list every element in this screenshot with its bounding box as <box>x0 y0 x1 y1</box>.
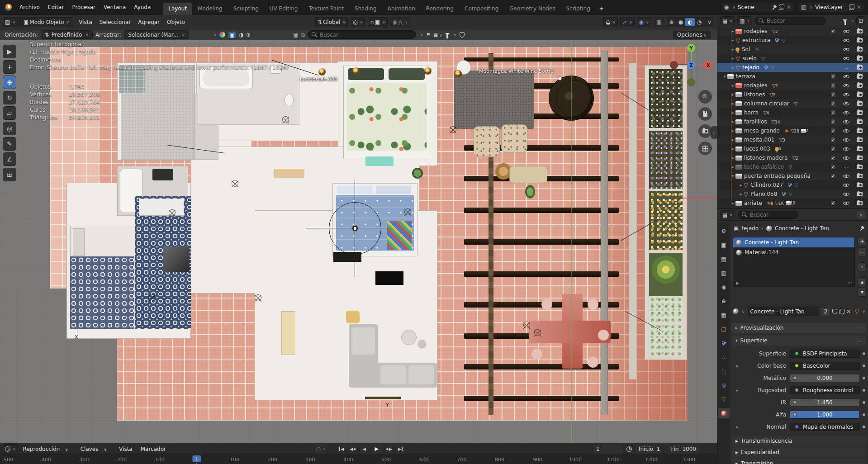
breadcrumb-material[interactable]: Concrete - Light Tan <box>775 225 829 232</box>
toggle-render-camera-icon[interactable] <box>857 201 863 205</box>
toilet[interactable] <box>285 94 294 106</box>
add-workspace-button[interactable]: + <box>596 3 607 15</box>
axis-x[interactable]: X <box>704 61 712 69</box>
slot-grip[interactable]: ∷∷ <box>847 281 852 285</box>
shading-wireframe-icon[interactable]: ⊕ <box>667 18 676 26</box>
tool-transform-button[interactable]: ◎ <box>3 122 16 135</box>
material-name-field[interactable]: Concrete - Light Tan <box>747 307 819 316</box>
outliner-item-estructura[interactable]: ▸▽estructura▽ <box>717 36 868 45</box>
prev-keyframe-button[interactable]: ◀◆ <box>348 445 358 453</box>
toggle-visibility-eye-icon[interactable] <box>843 65 849 71</box>
frame-start-field[interactable]: Inicio 1 <box>635 445 664 453</box>
outliner-item-tejado[interactable]: ▸▽tejado▽ <box>717 63 868 72</box>
toggle-visibility-eye-icon[interactable] <box>843 155 849 161</box>
properties-tab-object[interactable]: ▢ <box>718 324 730 334</box>
light-marker[interactable] <box>169 209 175 216</box>
pergola-beam[interactable] <box>464 271 619 277</box>
properties-tab-output[interactable]: ▤ <box>718 254 730 264</box>
properties-options-dropdown[interactable]: ∨ <box>857 211 865 218</box>
viewport-menu-agregar[interactable]: Agregar <box>134 17 163 27</box>
lantern[interactable] <box>318 68 326 76</box>
shield-icon[interactable] <box>460 32 465 38</box>
workspace-tab-modeling[interactable]: Modeling <box>192 3 228 15</box>
transform-preset-dropdown[interactable]: ⇅ Predefinido∨ <box>41 30 93 39</box>
toggle-visibility-eye-icon[interactable] <box>843 28 849 34</box>
washer[interactable] <box>139 199 184 216</box>
toggle-exclude-checkbox[interactable]: ✓ <box>830 200 836 206</box>
pin-icon[interactable] <box>771 4 778 10</box>
plant-small[interactable] <box>525 185 535 199</box>
slot-move-up-button[interactable]: ▲ <box>858 277 867 286</box>
properties-tab-scene[interactable]: ◉ <box>718 282 730 292</box>
toggle-exclude-checkbox[interactable]: ✓ <box>830 110 836 115</box>
wine-bottle[interactable] <box>558 76 562 80</box>
material-users-count[interactable]: 2 <box>821 307 831 316</box>
toggle-visibility-eye-icon[interactable] <box>843 56 849 62</box>
rug-teal[interactable] <box>365 156 394 166</box>
sofa[interactable] <box>349 324 437 388</box>
toggle-exclude-checkbox[interactable]: ✓ <box>830 155 836 161</box>
lounger[interactable] <box>509 166 547 183</box>
workspace-tab-shading[interactable]: Shading <box>349 3 382 15</box>
toggle-visibility-eye-icon[interactable] <box>843 173 849 179</box>
outliner-item-sol[interactable]: ▸Sol☼ <box>717 45 868 54</box>
properties-tab-render[interactable]: ▣ <box>718 240 730 250</box>
lock-icon[interactable]: ▣ <box>293 32 298 38</box>
editor-type-button[interactable]: ▧∨ <box>3 17 18 27</box>
timeline-menu-vista[interactable]: Vista <box>115 444 137 454</box>
toggle-render-camera-icon[interactable] <box>857 165 863 169</box>
tool-scale-button[interactable]: ▱ <box>3 106 16 120</box>
toggle-render-camera-icon[interactable] <box>857 47 863 52</box>
camera-view-button[interactable] <box>698 124 712 138</box>
properties-search-input[interactable]: Buscar <box>738 211 798 219</box>
tool-cursor-button[interactable]: + <box>3 60 16 74</box>
workspace-tab-geometry-nodes[interactable]: Geometry Nodes <box>504 3 560 15</box>
duplicate-material-icon[interactable] <box>839 309 844 314</box>
panel-transmisi-n[interactable]: ▸Transmisión <box>732 459 866 464</box>
armchair-floral[interactable] <box>501 124 527 152</box>
snap-toggle[interactable]: ∩▣∨ <box>368 17 388 27</box>
animate-property-dot[interactable] <box>863 413 865 416</box>
workspace-tab-scripting[interactable]: Scripting <box>560 3 595 15</box>
lantern[interactable] <box>424 67 432 75</box>
lantern[interactable] <box>455 70 462 77</box>
slot-move-down-button[interactable]: ▼ <box>858 288 867 297</box>
material-property-superficie[interactable]: SuperficieBSDF Principista <box>730 349 868 358</box>
light-marker[interactable] <box>255 294 261 301</box>
viewport-menu-objeto[interactable]: Objeto <box>163 17 189 27</box>
close-scene-icon[interactable]: ✕ <box>787 5 791 10</box>
timeline-menu-claves[interactable]: Claves∨ <box>76 444 115 454</box>
zoom-button[interactable] <box>698 90 712 104</box>
properties-tab-constraints[interactable]: ◎ <box>718 380 730 390</box>
toggle-render-camera-icon[interactable] <box>857 147 863 151</box>
workspace-tab-compositing[interactable]: Compositing <box>459 3 504 15</box>
properties-tab-view-layer[interactable]: ▥ <box>718 268 730 278</box>
toggle-render-camera-icon[interactable] <box>857 192 863 196</box>
mode-dropdown[interactable]: ▣ Modo Objeto∨ <box>19 17 73 27</box>
properties-editor-button[interactable]: ▤∨ <box>720 210 735 219</box>
viewport-menu-vista[interactable]: Vista <box>75 17 96 27</box>
light-marker[interactable] <box>404 208 411 215</box>
toggle-render-camera-icon[interactable] <box>857 65 863 70</box>
outliner-item-puerta-entrada-peque-a[interactable]: ▾puerta entrada pequeña✓ <box>717 171 868 180</box>
orientation-dropdown[interactable]: ⇅ Global∨ <box>315 17 348 27</box>
axis-x-neg[interactable] <box>670 61 678 69</box>
outliner-item-mesa-grande[interactable]: ▸mesa grande∗▽282✓ <box>717 126 868 135</box>
panel-transluminiscencia[interactable]: ▸Transluminiscencia <box>732 436 866 446</box>
timeline-menu-reproducción[interactable]: Reproducción∨ <box>19 444 76 454</box>
toggle-render-camera-icon[interactable] <box>857 156 863 160</box>
outliner-item-plano-058[interactable]: ▸▽Plano.058▽ <box>717 189 868 199</box>
toggle-exclude-checkbox[interactable]: ✓ <box>830 74 836 79</box>
properties-tab-collection[interactable]: ▦ <box>718 310 730 320</box>
outliner-filter-icon[interactable] <box>843 19 847 24</box>
surface-panel-header[interactable]: ▾ Superficie ∷∷ <box>732 336 866 346</box>
animate-property-dot[interactable] <box>863 365 865 367</box>
shading-dropdown[interactable]: ∨ <box>705 18 714 26</box>
material-property-met-lico[interactable]: Metálico0.000 <box>730 374 868 382</box>
cabinet-dark[interactable] <box>163 246 190 272</box>
toggle-visibility-eye-icon[interactable] <box>843 38 849 43</box>
toggle-render-camera-icon[interactable] <box>857 110 863 115</box>
xray-toggle[interactable]: ▣ <box>654 17 664 27</box>
filter-icon[interactable] <box>445 33 450 38</box>
animate-property-dot[interactable] <box>863 352 865 355</box>
